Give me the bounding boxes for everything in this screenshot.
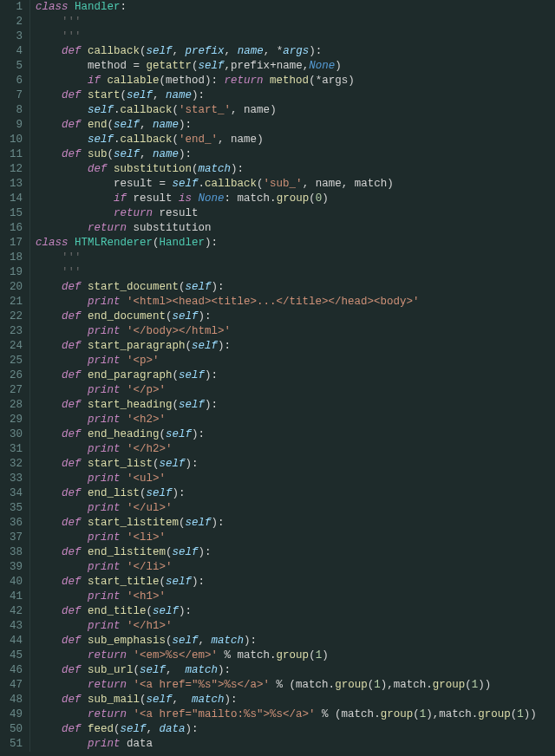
code-line[interactable]: print data	[36, 737, 555, 752]
token-kw: def	[62, 635, 88, 647]
code-line[interactable]: result = self.callback('sub_', name, mat…	[36, 177, 555, 192]
code-line[interactable]: def end_document(self):	[36, 310, 555, 324]
code-line[interactable]: method = getattr(self,prefix+name,None)	[36, 59, 555, 74]
line-number: 31	[3, 442, 23, 457]
token-punct: ):	[186, 723, 199, 735]
token-punct: (	[140, 45, 147, 57]
code-line[interactable]: '''	[36, 29, 555, 44]
code-line[interactable]: def start_listitem(self):	[36, 516, 555, 531]
code-line[interactable]: print '<p>'	[36, 354, 555, 368]
code-line[interactable]: def start_document(self):	[36, 280, 555, 295]
code-line[interactable]: print '<html><head><title>...</title></h…	[36, 295, 555, 310]
token-punct: ):	[244, 635, 257, 647]
token-punct: ,	[218, 134, 231, 146]
token-param: name	[166, 89, 192, 101]
code-line[interactable]: def end_listitem(self):	[36, 545, 555, 560]
token-kw: print	[88, 472, 127, 485]
token-cmt: '''	[62, 266, 82, 278]
token-kw: return	[88, 708, 134, 720]
code-line[interactable]: def start_list(self):	[36, 457, 555, 472]
code-line[interactable]: print '<h1>'	[36, 590, 555, 604]
code-line[interactable]: return '<a href="%s">%s</a>' % (match.gr…	[36, 678, 555, 693]
token-punct: ),	[426, 708, 439, 720]
token-kw: return	[88, 222, 134, 234]
code-line[interactable]: '''	[36, 265, 555, 280]
code-line[interactable]: self.callback('end_', name)	[36, 133, 555, 147]
code-line[interactable]: def end_list(self):	[36, 486, 555, 501]
token-punct: ):	[192, 89, 205, 101]
token-punct: ):	[218, 340, 231, 352]
line-number: 42	[3, 604, 23, 619]
token-kw: class	[36, 1, 75, 13]
code-line[interactable]: self.callback('start_', name)	[36, 103, 555, 118]
code-line[interactable]: def start_title(self):	[36, 575, 555, 590]
code-line[interactable]: '''	[36, 15, 555, 29]
token-self: self	[114, 148, 140, 160]
token-fn: substitution	[114, 163, 192, 175]
token-str: '</li>'	[127, 561, 173, 573]
code-line[interactable]: print '</ul>'	[36, 501, 555, 516]
token-fn: start	[88, 89, 121, 101]
code-line[interactable]: return '<em>%s</em>' % match.group(1)	[36, 648, 555, 663]
code-line[interactable]: print '</h1>'	[36, 619, 555, 634]
code-line[interactable]: def substitution(match):	[36, 162, 555, 177]
code-line[interactable]: def end_paragraph(self):	[36, 368, 555, 383]
line-number: 10	[3, 133, 23, 147]
token-punct: (	[173, 134, 180, 146]
token-fn: group	[433, 679, 466, 691]
token-punct: )	[322, 192, 329, 205]
line-number: 8	[3, 103, 23, 118]
code-line[interactable]: print '</body></html>'	[36, 324, 555, 339]
token-punct: (	[153, 237, 160, 249]
code-area[interactable]: class Handler: ''' ''' def callback(self…	[30, 0, 555, 752]
token-op: name	[316, 178, 342, 190]
code-line[interactable]: return result	[36, 206, 555, 221]
token-kw: def	[62, 458, 88, 470]
token-punct: (	[166, 546, 173, 558]
token-str: '</ul>'	[127, 502, 173, 514]
code-line[interactable]: class HTMLRenderer(Handler):	[36, 236, 555, 251]
line-number: 5	[3, 59, 23, 74]
code-line[interactable]: def start_heading(self):	[36, 398, 555, 413]
token-punct: ,	[225, 45, 238, 57]
code-line[interactable]: if callable(method): return method(*args…	[36, 74, 555, 88]
code-line[interactable]: def end_heading(self):	[36, 427, 555, 442]
code-line[interactable]: def start(self, name):	[36, 88, 555, 103]
code-line[interactable]: def sub_mail(self, match):	[36, 693, 555, 707]
token-fn: start_listitem	[88, 517, 179, 529]
token-self: self	[179, 369, 205, 381]
token-str: '<a href="mailto:%s">%s</a>'	[134, 708, 316, 720]
token-kw: def	[62, 310, 88, 323]
token-fn: end	[88, 119, 108, 131]
token-kw: print	[88, 502, 127, 514]
code-line[interactable]: def end_title(self):	[36, 604, 555, 619]
line-number: 29	[3, 413, 23, 427]
code-line[interactable]: print '</h2>'	[36, 442, 555, 457]
code-line[interactable]: def start_paragraph(self):	[36, 339, 555, 354]
code-line[interactable]: class Handler:	[36, 0, 555, 15]
code-line[interactable]: print '</li>'	[36, 560, 555, 575]
code-line[interactable]: def feed(self, data):	[36, 722, 555, 737]
code-line[interactable]: def end(self, name):	[36, 118, 555, 133]
code-line[interactable]: return substitution	[36, 221, 555, 236]
code-line[interactable]: return '<a href="mailto:%s">%s</a>' % (m…	[36, 707, 555, 722]
code-line[interactable]: def sub_emphasis(self, match):	[36, 634, 555, 648]
code-line[interactable]: if result is None: match.group(0)	[36, 192, 555, 206]
token-punct: ):	[173, 487, 186, 499]
token-punct: .	[199, 178, 206, 190]
code-line[interactable]: print '<ul>'	[36, 472, 555, 486]
code-line[interactable]: print '<li>'	[36, 531, 555, 545]
token-kw: print	[88, 561, 127, 573]
code-line[interactable]: print '</p>'	[36, 383, 555, 398]
code-line[interactable]: '''	[36, 251, 555, 265]
code-line[interactable]: def callback(self, prefix, name, *args):	[36, 44, 555, 59]
code-line[interactable]: def sub_url(self, match):	[36, 663, 555, 678]
token-op: match	[439, 708, 472, 720]
code-line[interactable]: def sub(self, name):	[36, 147, 555, 162]
token-self: self	[192, 340, 218, 352]
token-op: +	[270, 60, 277, 72]
code-line[interactable]: print '<h2>'	[36, 413, 555, 427]
line-number: 28	[3, 398, 23, 413]
code-editor[interactable]: 1234567891011121314151617181920212223242…	[0, 0, 555, 752]
token-punct: )	[387, 178, 394, 190]
